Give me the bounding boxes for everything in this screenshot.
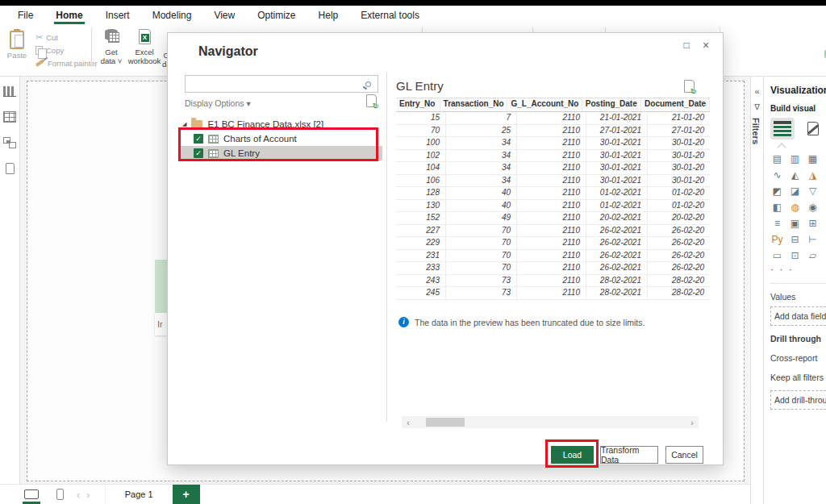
table-row: 100 34 2110 30-01-2021 30-01-20: [396, 137, 710, 150]
menu-item[interactable]: Modeling: [141, 6, 203, 24]
menu-item[interactable]: View: [202, 6, 246, 24]
menu-item[interactable]: Help: [307, 6, 350, 24]
keep-all-filters-label[interactable]: Keep all filters: [770, 373, 826, 382]
menu-item[interactable]: Home: [44, 6, 94, 24]
table-row: 15 7 2110 21-01-2021 21-01-20: [396, 112, 710, 125]
model-view-icon[interactable]: [3, 137, 16, 148]
prev-page-arrow-icon[interactable]: ‹: [77, 489, 80, 501]
data-view-icon[interactable]: [3, 111, 16, 123]
stacked-bar-chart-icon[interactable]: ▤: [770, 152, 784, 165]
decomposition-tree-icon[interactable]: ⊢: [806, 233, 820, 246]
page-tab[interactable]: Page 1: [105, 485, 173, 504]
line-clustered-column-chart-icon[interactable]: ◪: [788, 185, 802, 198]
menu-item[interactable]: Optimize: [246, 6, 307, 24]
search-input[interactable]: [186, 76, 365, 92]
scroll-right-icon[interactable]: ›: [686, 418, 699, 427]
mobile-layout-icon[interactable]: [56, 489, 64, 500]
matrix-icon[interactable]: ⊞: [806, 217, 820, 230]
map-icon[interactable]: ◍: [788, 201, 802, 214]
close-icon[interactable]: ×: [699, 38, 713, 52]
cross-report-label[interactable]: Cross-report: [770, 353, 826, 363]
copy-button[interactable]: Copy: [35, 44, 98, 56]
line-chart-icon[interactable]: ∿: [770, 169, 784, 181]
cell: 34: [446, 137, 517, 149]
window-title-bar: [0, 0, 826, 6]
cell: 01-02-20: [648, 187, 710, 199]
refresh-table-icon[interactable]: [684, 80, 695, 93]
navigator-dialog: Navigator □ × Display Options ▾ ◢ E1 BC …: [167, 32, 724, 465]
format-painter-button[interactable]: Format painter: [35, 56, 98, 69]
more-visuals-button[interactable]: · · ·: [770, 264, 826, 275]
clustered-bar-chart-icon[interactable]: ▦: [806, 152, 820, 165]
next-page-arrow-icon[interactable]: ›: [86, 489, 90, 501]
table-icon[interactable]: ≡: [770, 217, 784, 230]
menu-item[interactable]: Insert: [94, 6, 141, 24]
add-drill-through-dropzone[interactable]: Add drill-through: [770, 390, 826, 410]
expand-collapse-icon[interactable]: ◢: [182, 121, 186, 127]
filled-map-icon[interactable]: ◉: [806, 201, 820, 214]
tree-root-workbook[interactable]: ◢ E1 BC Finance Data.xlsx [2]: [179, 117, 382, 131]
dax-query-view-icon[interactable]: [6, 163, 15, 174]
filters-label[interactable]: Filters: [751, 118, 761, 144]
treemap-icon[interactable]: ◧: [770, 201, 784, 214]
table-row: 233 70 2110 26-02-2021 26-02-20: [396, 262, 710, 275]
cancel-button[interactable]: Cancel: [665, 446, 703, 464]
cell: 152: [396, 212, 446, 224]
stacked-area-chart-icon[interactable]: ◮: [806, 169, 820, 181]
refresh-preview-icon[interactable]: [366, 94, 377, 107]
display-options-dropdown[interactable]: Display Options ▾: [185, 98, 251, 108]
paste-icon: [10, 31, 24, 49]
slicer-icon[interactable]: ⊟: [788, 233, 802, 246]
cut-button[interactable]: ✂ Cut: [35, 31, 98, 44]
table-row: 70 25 2110 27-01-2021 27-01-20: [396, 125, 710, 138]
menu-item[interactable]: File: [6, 6, 44, 24]
workbook-label: E1 BC Finance Data.xlsx [2]: [207, 119, 323, 129]
search-icon[interactable]: [365, 81, 371, 87]
build-visual-tab[interactable]: [770, 118, 795, 140]
python-visual-icon[interactable]: Py: [770, 233, 784, 246]
cell: 128: [396, 187, 446, 199]
maximize-icon[interactable]: □: [679, 38, 694, 52]
calculation-icon[interactable]: ⊡: [788, 249, 802, 262]
get-data-button[interactable]: Get data ˅: [97, 29, 126, 65]
cell: 2110: [517, 237, 586, 249]
collapse-panel-icon[interactable]: «: [751, 86, 763, 96]
load-button[interactable]: Load: [551, 446, 594, 464]
card-icon[interactable]: ▭: [770, 249, 784, 262]
scrollbar-track[interactable]: [415, 416, 686, 428]
line-stacked-column-chart-icon[interactable]: ◩: [770, 185, 784, 198]
table-row: 243 73 2110 28-02-2021 28-02-20: [396, 275, 710, 288]
cell: 28-02-2021: [586, 287, 648, 299]
stacked-column-chart-icon[interactable]: ▥: [788, 152, 802, 165]
scroll-left-icon[interactable]: ‹: [402, 418, 415, 427]
column-header: Posting_Date: [582, 98, 641, 111]
desktop-layout-icon: [24, 489, 39, 499]
funnel-chart-icon[interactable]: ▽: [806, 185, 820, 198]
cell: 28-02-20: [648, 275, 710, 287]
paste-button[interactable]: Paste: [3, 29, 31, 76]
checkbox-checked-icon[interactable]: ✓: [194, 148, 203, 158]
add-page-button[interactable]: +: [173, 485, 200, 504]
cell: 26-02-20: [648, 225, 710, 237]
cell: 231: [396, 250, 446, 262]
transform-data-button[interactable]: Transform Data: [600, 446, 658, 464]
menu-item[interactable]: External tools: [349, 6, 431, 24]
filters-funnel-icon: ∇: [751, 102, 763, 111]
add-data-fields-dropzone[interactable]: Add data fields h: [770, 306, 826, 326]
checkbox-checked-icon[interactable]: ✓: [194, 134, 203, 144]
format-visual-tab[interactable]: [807, 122, 819, 135]
cell: 28-02-2021: [586, 275, 648, 287]
multi-row-card-icon[interactable]: ▣: [788, 217, 802, 230]
cell: 30-01-20: [648, 175, 710, 187]
area-chart-icon[interactable]: ◭: [788, 169, 802, 181]
desktop-layout-button[interactable]: [0, 485, 39, 504]
excel-workbook-button[interactable]: Excel workbook: [127, 29, 161, 65]
report-view-icon[interactable]: [3, 86, 16, 97]
paginated-report-icon[interactable]: ▱: [806, 249, 820, 262]
pane-divider: [386, 72, 387, 422]
horizontal-scrollbar[interactable]: ‹ ›: [402, 416, 699, 428]
scrollbar-thumb[interactable]: [426, 418, 465, 427]
cell: 26-02-2021: [586, 237, 648, 249]
column-header: Entry_No: [396, 98, 440, 111]
cell: 2110: [517, 225, 586, 237]
